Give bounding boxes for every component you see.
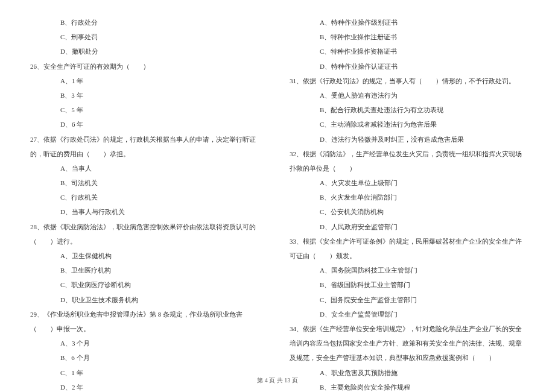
q25-option-c: C、刑事处罚	[30, 30, 265, 44]
q26-stem: 26、安全生产许可证的有效期为（ ）	[30, 59, 265, 74]
q31-stem: 31、依据《行政处罚法》的规定，当事人有（ ）情形的，不予行政处罚。	[290, 74, 525, 88]
q27-option-a: A、当事人	[30, 161, 265, 175]
q26-option-a: A、1 年	[30, 74, 265, 88]
q31-option-c: C、主动消除或者减轻违法行为危害后果	[290, 117, 525, 131]
q32-option-d: D、人民政府安全监管部门	[290, 220, 525, 234]
q31-option-b: B、配合行政机关查处违法行为有立功表现	[290, 103, 525, 117]
q33-option-a: A、国务院国防科技工业主管部门	[290, 263, 525, 277]
q32-option-a: A、火灾发生单位上级部门	[290, 175, 525, 190]
q33-option-d: D、安全生产监督管理部门	[290, 307, 525, 321]
q27-stem: 27、依据《行政处罚法》的规定，行政机关根据当事人的申请，决定举行听证的，听证的…	[30, 132, 265, 161]
q33-option-c: C、国务院安全生产监督主管部门	[290, 292, 525, 307]
left-column: B、行政处分 C、刑事处罚 D、撤职处分 26、安全生产许可证的有效期为（ ） …	[30, 15, 265, 365]
q27-option-d: D、当事人与行政机关	[30, 204, 265, 219]
q33-stem: 33、根据《安全生产许可证条例》的规定，民用爆破器材生产企业的安全生产许可证由（…	[290, 234, 525, 263]
q27-option-b: B、司法机关	[30, 175, 265, 190]
q27-option-c: C、行政机关	[30, 190, 265, 204]
q29-option-b: B、6 个月	[30, 350, 265, 365]
q32-option-b: B、火灾发生单位消防部门	[290, 190, 525, 204]
q31-option-a: A、受他人胁迫有违法行为	[290, 88, 525, 103]
q25-option-d: D、撤职处分	[30, 44, 265, 58]
q28-option-d: D、职业卫生技术服务机构	[30, 292, 265, 307]
q30-option-d: D、特种作业操作认证证书	[290, 59, 525, 74]
q31-option-d: D、违法行为轻微并及时纠正，没有造成危害后果	[290, 132, 525, 147]
q26-option-c: C、5 年	[30, 103, 265, 117]
q26-option-b: B、3 年	[30, 88, 265, 103]
q34-stem: 34、依据《生产经营单位安全培训规定》，针对危险化学品生产企业厂长的安全培训内容…	[290, 321, 525, 365]
q30-option-a: A、特种作业操作级别证书	[290, 15, 525, 30]
q28-option-b: B、卫生医疗机构	[30, 263, 265, 277]
q29-stem: 29、《作业场所职业危害申报管理办法》第 8 条规定，作业场所职业危害（ ）申报…	[30, 307, 265, 336]
q32-option-c: C、公安机关消防机构	[290, 204, 525, 219]
page-footer: 第 4 页 共 13 页	[0, 376, 555, 385]
two-column-layout: B、行政处分 C、刑事处罚 D、撤职处分 26、安全生产许可证的有效期为（ ） …	[30, 15, 525, 365]
q33-option-b: B、省级国防科技工业主管部门	[290, 277, 525, 292]
q25-option-b: B、行政处分	[30, 15, 265, 30]
right-column: A、特种作业操作级别证书 B、特种作业操作注册证书 C、特种作业操作资格证书 D…	[290, 15, 525, 365]
q30-option-c: C、特种作业操作资格证书	[290, 44, 525, 58]
q32-stem: 32、根据《消防法》，生产经营单位发生火灾后，负责统一组织和指挥火灾现场扑救的单…	[290, 147, 525, 175]
q28-stem: 28、依据《职业病防治法》，职业病危害控制效果评价由依法取得资质认可的（ ）进行…	[30, 220, 265, 248]
q28-option-c: C、职业病医疗诊断机构	[30, 277, 265, 292]
q26-option-d: D、6 年	[30, 117, 265, 131]
q29-option-a: A、3 个月	[30, 336, 265, 350]
q30-option-b: B、特种作业操作注册证书	[290, 30, 525, 44]
q28-option-a: A、卫生保健机构	[30, 248, 265, 263]
